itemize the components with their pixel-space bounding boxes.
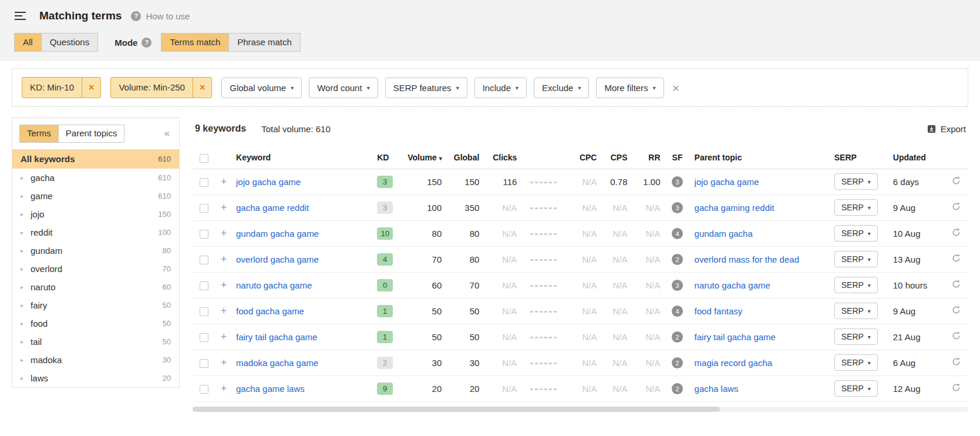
row-checkbox[interactable] <box>200 178 208 187</box>
keyword-link[interactable]: gundam gacha game <box>236 229 319 239</box>
add-keyword-icon[interactable]: + <box>221 227 227 239</box>
filter-dropdown-button[interactable]: Include ▾ <box>474 78 527 98</box>
sidebar-term-item[interactable]: ▸ tail 50 <box>12 333 179 351</box>
filter-chip[interactable]: KD: Min-10 × <box>22 77 101 98</box>
add-keyword-icon[interactable]: + <box>221 305 227 317</box>
expand-triangle-icon[interactable]: ▸ <box>21 247 25 254</box>
filter-dropdown-button[interactable]: SERP features ▾ <box>385 78 467 98</box>
refresh-icon[interactable] <box>952 202 961 211</box>
row-checkbox[interactable] <box>200 204 208 213</box>
sidebar-term-item[interactable]: ▸ laws 20 <box>12 369 179 387</box>
keyword-link[interactable]: overlord gacha game <box>236 254 319 264</box>
tab-terms[interactable]: Terms <box>19 125 59 143</box>
remove-filter-icon[interactable]: × <box>82 78 100 98</box>
row-checkbox[interactable] <box>200 281 208 290</box>
sidebar-term-item[interactable]: ▸ fairy 50 <box>12 296 179 314</box>
collapse-sidebar-icon[interactable]: « <box>162 128 172 139</box>
sidebar-term-item[interactable]: ▸ madoka 30 <box>12 351 179 369</box>
serp-dropdown-button[interactable]: SERP ▾ <box>834 199 878 216</box>
sidebar-term-item[interactable]: ▸ reddit 100 <box>12 223 179 242</box>
sidebar-term-item[interactable]: ▸ game 610 <box>12 187 179 205</box>
sidebar-term-item[interactable]: ▸ jojo 150 <box>12 205 179 223</box>
sidebar-all-keywords[interactable]: All keywords 610 <box>12 149 179 169</box>
serp-dropdown-button[interactable]: SERP ▾ <box>834 277 878 293</box>
keyword-link[interactable]: jojo gacha game <box>236 177 301 187</box>
parent-topic-link[interactable]: magia record gacha <box>695 358 773 368</box>
col-clicks[interactable]: Clicks <box>483 147 520 169</box>
col-rr[interactable]: RR <box>631 147 664 169</box>
add-keyword-icon[interactable]: + <box>221 331 227 343</box>
parent-topic-link[interactable]: gundam gacha <box>695 229 753 239</box>
keyword-link[interactable]: naruto gacha game <box>236 280 312 290</box>
clear-filters-icon[interactable]: × <box>672 82 679 94</box>
col-sf[interactable]: SF <box>664 147 691 169</box>
keyword-link[interactable]: madoka gacha game <box>236 358 318 368</box>
expand-triangle-icon[interactable]: ▸ <box>21 193 25 199</box>
refresh-icon[interactable] <box>952 331 961 340</box>
expand-triangle-icon[interactable]: ▸ <box>21 375 25 381</box>
serp-dropdown-button[interactable]: SERP ▾ <box>834 328 878 345</box>
parent-topic-link[interactable]: fairy tail gacha game <box>695 332 776 342</box>
parent-topic-link[interactable]: naruto gacha game <box>695 280 770 290</box>
col-cpc[interactable]: CPC <box>567 147 600 169</box>
col-keyword[interactable]: Keyword <box>233 147 373 169</box>
remove-filter-icon[interactable]: × <box>193 78 211 98</box>
expand-triangle-icon[interactable]: ▸ <box>21 266 25 272</box>
refresh-icon[interactable] <box>952 228 961 237</box>
serp-dropdown-button[interactable]: SERP ▾ <box>834 380 878 397</box>
sidebar-term-item[interactable]: ▸ food 50 <box>12 314 179 333</box>
parent-topic-link[interactable]: jojo gacha game <box>695 177 759 187</box>
expand-triangle-icon[interactable]: ▸ <box>21 357 25 363</box>
parent-topic-link[interactable]: gacha laws <box>695 384 739 394</box>
expand-triangle-icon[interactable]: ▸ <box>21 175 25 181</box>
col-global[interactable]: Global <box>445 147 483 169</box>
filter-dropdown-button[interactable]: Word count ▾ <box>309 78 378 98</box>
horizontal-scrollbar[interactable] <box>193 407 968 412</box>
refresh-icon[interactable] <box>952 383 961 392</box>
serp-dropdown-button[interactable]: SERP ▾ <box>834 251 878 267</box>
serp-dropdown-button[interactable]: SERP ▾ <box>834 303 878 319</box>
tab-parent-topics[interactable]: Parent topics <box>59 125 125 143</box>
sidebar-term-item[interactable]: ▸ overlord 70 <box>12 260 179 278</box>
how-to-use-link[interactable]: How to use <box>146 11 190 21</box>
col-serp[interactable]: SERP <box>831 147 890 169</box>
add-keyword-icon[interactable]: + <box>221 202 227 213</box>
refresh-icon[interactable] <box>952 254 961 263</box>
keyword-link[interactable]: gacha game laws <box>236 384 305 394</box>
expand-triangle-icon[interactable]: ▸ <box>21 338 25 345</box>
expand-triangle-icon[interactable]: ▸ <box>21 229 25 236</box>
filter-dropdown-button[interactable]: More filters ▾ <box>596 78 664 98</box>
select-all-checkbox[interactable] <box>200 154 208 163</box>
expand-triangle-icon[interactable]: ▸ <box>21 284 25 290</box>
scrollbar-thumb[interactable] <box>193 407 720 412</box>
tab-phrase-match[interactable]: Phrase match <box>229 33 301 52</box>
col-kd[interactable]: KD <box>373 147 404 169</box>
refresh-icon[interactable] <box>952 176 961 185</box>
export-button[interactable]: Export <box>927 124 966 134</box>
sidebar-term-item[interactable]: ▸ gundam 80 <box>12 242 179 260</box>
parent-topic-link[interactable]: food fantasy <box>695 306 743 316</box>
expand-triangle-icon[interactable]: ▸ <box>21 211 25 217</box>
sidebar-term-item[interactable]: ▸ naruto 60 <box>12 278 179 296</box>
add-keyword-icon[interactable]: + <box>221 253 227 265</box>
filter-dropdown-button[interactable]: Exclude ▾ <box>534 78 589 98</box>
serp-dropdown-button[interactable]: SERP ▾ <box>834 354 878 371</box>
row-checkbox[interactable] <box>200 230 208 239</box>
col-parent-topic[interactable]: Parent topic <box>691 147 831 169</box>
refresh-icon[interactable] <box>952 280 961 289</box>
add-keyword-icon[interactable]: + <box>221 383 227 394</box>
keyword-link[interactable]: food gacha game <box>236 306 304 316</box>
tab-terms-match[interactable]: Terms match <box>161 33 229 52</box>
add-keyword-icon[interactable]: + <box>221 279 227 291</box>
expand-triangle-icon[interactable]: ▸ <box>21 320 25 327</box>
row-checkbox[interactable] <box>200 307 208 316</box>
tab-questions[interactable]: Questions <box>42 33 99 52</box>
keyword-link[interactable]: fairy tail gacha game <box>236 332 317 342</box>
keyword-link[interactable]: gacha game reddit <box>236 203 309 213</box>
row-checkbox[interactable] <box>200 359 208 368</box>
col-updated[interactable]: Updated <box>890 147 945 169</box>
tab-all[interactable]: All <box>14 33 42 52</box>
mode-help-icon[interactable]: ? <box>142 38 151 48</box>
serp-dropdown-button[interactable]: SERP ▾ <box>834 173 878 190</box>
sidebar-term-item[interactable]: ▸ gacha 610 <box>12 169 179 187</box>
